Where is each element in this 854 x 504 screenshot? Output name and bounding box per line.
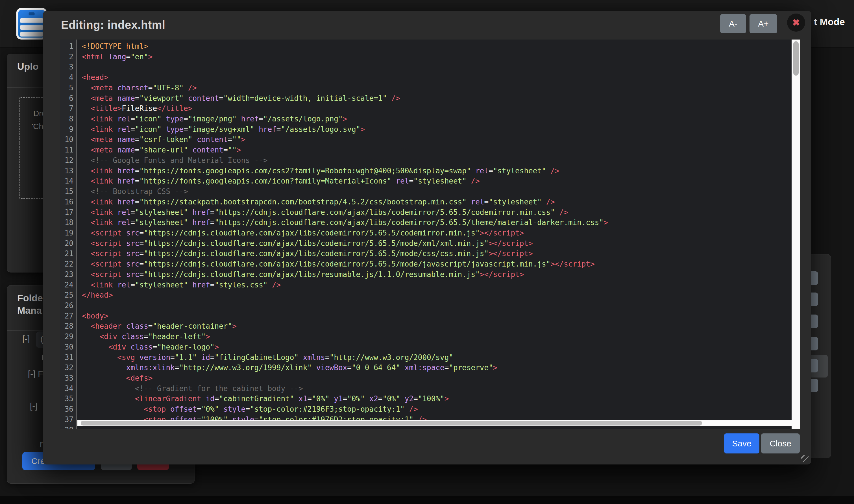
line-number: 35 [60,394,73,404]
line-number: 25 [60,290,73,301]
line-number: 13 [60,166,73,176]
page-footer-strip [0,496,854,504]
upload-panel-title: Uplo [17,60,39,73]
code-line[interactable]: <script src="https://cdnjs.cloudflare.co… [82,259,791,269]
line-number: 31 [60,353,73,363]
close-icon[interactable]: ✖ [787,14,805,32]
folder-panel-title-line1: Folde [17,292,43,304]
code-line[interactable] [82,62,791,72]
line-number: 15 [60,186,73,197]
code-line[interactable]: <!-- Gradient for the cabinet body --> [82,383,791,394]
code-line[interactable]: <stop offset="0%" style="stop-color:#219… [82,404,791,414]
code-line[interactable]: <div class="header-logo"> [82,342,791,353]
line-number: 36 [60,404,73,414]
filerise-app: t Mode Uplo Dro 'Ch Folde Mana [-] ( F [… [0,0,854,504]
line-number: 6 [60,93,73,104]
code-editor[interactable]: 1234567891011121314151617181920212223242… [60,39,800,429]
font-increase-button[interactable]: A+ [749,14,777,33]
folder-tree-toggle-root[interactable]: [-] [22,334,30,344]
line-number: 18 [60,217,73,228]
code-line[interactable]: <script src="https://cdnjs.cloudflare.co… [82,269,791,280]
code-line[interactable]: <meta charset="UTF-8" /> [82,83,791,93]
code-line[interactable]: </head> [82,290,791,301]
code-line[interactable]: <title>FileRise</title> [82,103,791,114]
code-line[interactable]: <!-- Bootstrap CSS --> [82,186,791,197]
code-line[interactable]: xmlns:xlink="http://www.w3.org/1999/xlin… [82,362,791,373]
line-number: 16 [60,197,73,207]
line-number: 26 [60,301,73,311]
line-number: 32 [60,362,73,373]
line-number: 37 [60,414,73,425]
code-line[interactable]: <link rel="icon" type="image/svg+xml" hr… [82,124,791,135]
save-button[interactable]: Save [724,433,759,453]
edit-file-modal: Editing: index.html A- A+ ✖ 123456789101… [43,11,811,465]
code-line[interactable]: <link href="https://fonts.googleapis.com… [82,166,791,176]
folder-panel-title-line2: Mana [17,304,43,317]
line-number: 10 [60,134,73,145]
code-line[interactable]: <div class="header-left"> [82,331,791,342]
line-number: 11 [60,145,73,155]
vertical-scrollbar-thumb[interactable] [793,41,799,76]
code-content[interactable]: <!DOCTYPE html><html lang="en"><head> <m… [82,41,791,429]
code-line[interactable]: <meta name="csrf-token" content=""> [82,134,791,145]
line-number: 20 [60,238,73,249]
code-line[interactable]: <linearGradient id="cabinetGradient" x1=… [82,394,791,404]
code-line[interactable] [82,301,791,311]
line-number: 30 [60,342,73,353]
line-number: 17 [60,207,73,218]
code-line[interactable]: <script src="https://cdnjs.cloudflare.co… [82,238,791,249]
line-number: 14 [60,176,73,186]
code-line[interactable]: <script src="https://cdnjs.cloudflare.co… [82,249,791,259]
code-line[interactable]: <meta name="share-url" content=""> [82,145,791,155]
code-line[interactable]: <link rel="icon" type="image/png" href="… [82,114,791,124]
line-number: 29 [60,331,73,342]
code-line[interactable]: <link rel="stylesheet" href="https://cdn… [82,217,791,228]
dropzone-text-line2: 'Ch [32,122,43,131]
line-number: 33 [60,373,73,383]
code-line[interactable]: <link rel="stylesheet" href="styles.css"… [82,280,791,290]
code-line[interactable]: <head> [82,72,791,83]
code-line[interactable]: <link rel="stylesheet" href="https://cdn… [82,207,791,218]
line-number: 5 [60,83,73,93]
close-button[interactable]: Close [761,433,800,453]
line-number: 28 [60,321,73,331]
code-line[interactable]: <link href="https://fonts.googleapis.com… [82,176,791,186]
line-numbers: 1234567891011121314151617181920212223242… [60,41,73,429]
line-number: 27 [60,311,73,321]
theme-mode-label[interactable]: t Mode [814,16,845,28]
folder-tree-toggle[interactable]: [-] [30,401,38,411]
line-number: 12 [60,155,73,166]
line-number: 34 [60,383,73,394]
code-line[interactable]: <body> [82,311,791,321]
line-number: 24 [60,280,73,290]
font-decrease-button[interactable]: A- [720,14,746,33]
modal-title: Editing: index.html [61,19,165,31]
horizontal-scrollbar-thumb[interactable] [81,421,702,426]
code-line[interactable]: <!DOCTYPE html> [82,41,791,52]
line-number: 19 [60,228,73,238]
code-line[interactable]: <link href="https://stackpath.bootstrapc… [82,197,791,207]
line-number: 23 [60,269,73,280]
code-line[interactable]: <meta name="viewport" content="width=dev… [82,93,791,104]
folder-tree-item[interactable]: [-] F [28,369,43,379]
code-line[interactable]: <html lang="en"> [82,52,791,62]
line-number: 3 [60,62,73,72]
vertical-scrollbar[interactable] [791,39,800,429]
folder-panel-title: Folde Mana [17,292,43,317]
horizontal-scrollbar[interactable] [77,420,791,426]
line-number: 1 [60,41,73,52]
code-line[interactable]: <defs> [82,373,791,383]
line-number: 2 [60,52,73,62]
code-line[interactable]: <svg version="1.1" id="filingCabinetLogo… [82,353,791,363]
code-line[interactable]: <script src="https://cdnjs.cloudflare.co… [82,228,791,238]
line-number: 4 [60,72,73,83]
line-number: 8 [60,114,73,124]
resize-handle-icon[interactable] [801,455,808,462]
code-line[interactable]: <header class="header-container"> [82,321,791,331]
folder-tree-item[interactable]: r [40,439,43,449]
code-line[interactable]: <!-- Google Fonts and Material Icons --> [82,155,791,166]
line-number: 38 [60,425,73,429]
line-number: 21 [60,249,73,259]
line-number: 22 [60,259,73,269]
line-number: 9 [60,124,73,135]
